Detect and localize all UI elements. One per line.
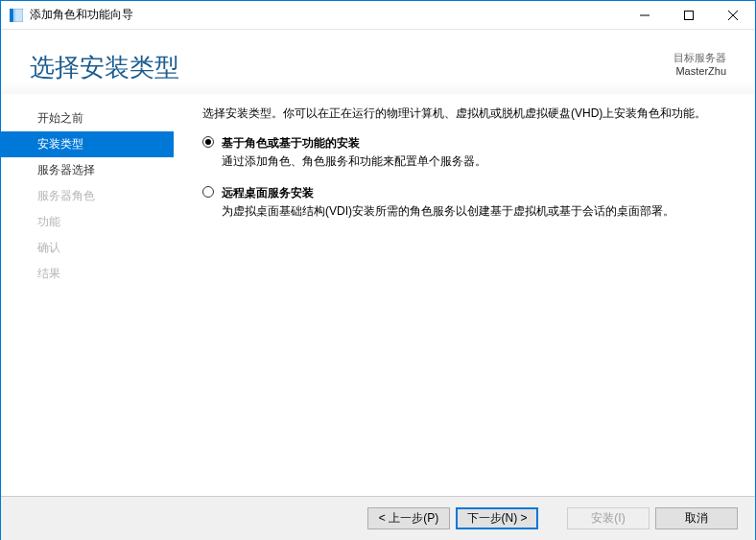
sidebar-item-server-roles: 服务器角色 [1,183,174,209]
minimize-button[interactable] [623,1,667,29]
previous-button[interactable]: < 上一步(P) [367,507,450,529]
option-role-based-title: 基于角色或基于功能的安装 [222,135,726,152]
sidebar-item-install-type[interactable]: 安装类型 [1,131,174,157]
svg-rect-0 [10,9,13,22]
target-name: MasterZhu [673,65,726,77]
sidebar-item-features: 功能 [1,209,174,235]
content-description: 选择安装类型。你可以在正在运行的物理计算机、虚拟机或脱机虚拟硬盘(VHD)上安装… [202,106,726,122]
content: 选择安装类型。你可以在正在运行的物理计算机、虚拟机或脱机虚拟硬盘(VHD)上安装… [174,94,755,495]
maximize-button[interactable] [667,1,711,29]
radio-role-based[interactable] [202,136,214,148]
option-remote-desktop-desc: 为虚拟桌面基础结构(VDI)安装所需的角色服务以创建基于虚拟机或基于会话的桌面部… [222,203,726,220]
window-controls [623,1,755,29]
body: 开始之前 安装类型 服务器选择 服务器角色 功能 确认 结果 选择安装类型。你可… [1,94,755,495]
option-role-based[interactable]: 基于角色或基于功能的安装 通过添加角色、角色服务和功能来配置单个服务器。 [202,135,726,170]
sidebar: 开始之前 安装类型 服务器选择 服务器角色 功能 确认 结果 [1,94,174,495]
window-title: 添加角色和功能向导 [30,7,623,23]
install-button: 安装(I) [567,507,650,529]
svg-rect-3 [685,11,694,19]
svg-rect-1 [14,9,23,22]
target-label: 目标服务器 [673,51,726,65]
next-button[interactable]: 下一步(N) > [456,507,538,529]
header: 选择安装类型 目标服务器 MasterZhu [1,30,755,94]
cancel-button[interactable]: 取消 [655,507,738,529]
titlebar: 添加角色和功能向导 [1,1,755,30]
target-info: 目标服务器 MasterZhu [673,51,726,77]
sidebar-item-before-begin[interactable]: 开始之前 [1,106,174,131]
option-remote-desktop[interactable]: 远程桌面服务安装 为虚拟桌面基础结构(VDI)安装所需的角色服务以创建基于虚拟机… [202,185,726,220]
option-role-based-desc: 通过添加角色、角色服务和功能来配置单个服务器。 [222,153,726,170]
radio-remote-desktop[interactable] [202,186,214,198]
sidebar-item-server-select[interactable]: 服务器选择 [1,157,174,183]
option-remote-desktop-title: 远程桌面服务安装 [222,185,726,201]
sidebar-item-result: 结果 [1,261,174,287]
sidebar-item-confirm: 确认 [1,235,174,261]
wizard-icon [9,8,24,23]
footer: < 上一步(P) 下一步(N) > 安装(I) 取消 [1,496,755,540]
page-title: 选择安装类型 [30,51,179,84]
close-button[interactable] [711,1,755,29]
